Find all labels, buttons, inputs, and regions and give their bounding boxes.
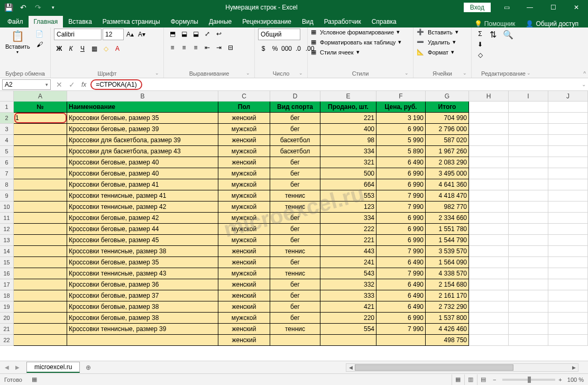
row-header[interactable]: 21	[0, 324, 14, 335]
row-header[interactable]: 9	[0, 190, 14, 201]
row-header[interactable]: 6	[0, 157, 14, 168]
col-header-F[interactable]: F	[376, 91, 426, 101]
spreadsheet-grid[interactable]: A B C D E F G H I J 1№НаименованиеПолВид…	[0, 91, 588, 346]
cancel-formula-icon[interactable]: ✕	[53, 78, 66, 91]
tab-developer[interactable]: Разработчик	[319, 16, 366, 28]
font-color-icon[interactable]: A	[112, 43, 123, 54]
tab-file[interactable]: Файл	[2, 16, 29, 28]
align-middle-icon[interactable]: ⬓	[179, 29, 189, 39]
col-header-E[interactable]: E	[320, 91, 376, 101]
qat-customize-icon[interactable]: ▾	[47, 1, 59, 14]
percent-icon[interactable]: %	[270, 43, 280, 54]
fx-icon[interactable]: fx	[81, 81, 86, 88]
share-button[interactable]: 👤Общий доступ	[520, 20, 584, 28]
minimize-icon[interactable]: —	[518, 0, 541, 15]
font-size-select[interactable]	[103, 29, 124, 40]
expand-formula-bar-icon[interactable]: ⌄	[582, 81, 586, 87]
col-header-B[interactable]: B	[67, 91, 218, 101]
row-header[interactable]: 17	[0, 279, 14, 290]
page-layout-view-icon[interactable]: ▥	[464, 374, 477, 385]
tab-insert[interactable]: Вставка	[63, 16, 97, 28]
align-top-icon[interactable]: ⬒	[167, 29, 178, 39]
sort-filter-button[interactable]: ⇅	[488, 29, 499, 41]
copy-icon[interactable]: 📄	[34, 29, 45, 39]
bold-icon[interactable]: Ж	[54, 43, 65, 54]
ribbon-display-icon[interactable]: ▭	[495, 0, 518, 15]
format-painter-icon[interactable]: 🖌	[34, 39, 45, 50]
scroll-left-icon[interactable]: ◀	[346, 364, 355, 371]
col-header-H[interactable]: H	[469, 91, 509, 101]
login-button[interactable]: Вход	[464, 3, 491, 12]
format-as-table-button[interactable]: ▦ Форматировать как таблицу ▾	[311, 39, 401, 45]
row-header[interactable]: 16	[0, 268, 14, 279]
formula-input[interactable]: =СТРОКА(A1)	[90, 79, 142, 90]
normal-view-icon[interactable]: ▦	[452, 374, 464, 385]
col-header-D[interactable]: D	[270, 91, 320, 101]
insert-cells-button[interactable]: ➕ Вставить ▾	[417, 29, 458, 35]
col-header-I[interactable]: I	[509, 91, 548, 101]
fill-icon[interactable]: ⬇	[475, 39, 485, 50]
sheet-tab-active[interactable]: microexcel.ru	[26, 362, 80, 373]
collapse-ribbon-icon[interactable]: ^	[583, 71, 586, 77]
orientation-icon[interactable]: ⤢	[202, 29, 213, 39]
align-center-icon[interactable]: ≡	[179, 42, 189, 53]
col-header-G[interactable]: G	[426, 91, 469, 101]
row-header[interactable]: 11	[0, 213, 14, 224]
row-header[interactable]: 7	[0, 168, 14, 179]
zoom-out-icon[interactable]: −	[493, 377, 496, 383]
horizontal-scrollbar[interactable]: ◀ ▶	[346, 363, 578, 372]
row-header[interactable]: 12	[0, 224, 14, 235]
number-format-select[interactable]	[258, 29, 300, 40]
delete-cells-button[interactable]: ➖ Удалить ▾	[417, 39, 456, 45]
conditional-formatting-button[interactable]: ▦ Условное форматирование ▾	[311, 29, 400, 35]
tab-view[interactable]: Вид	[297, 16, 319, 28]
page-break-view-icon[interactable]: ▤	[477, 374, 490, 385]
sheet-nav-next-icon[interactable]: ▶	[13, 363, 22, 372]
tell-me-search[interactable]: 💡Помощник	[469, 20, 521, 28]
close-icon[interactable]: ✕	[565, 0, 588, 15]
decrease-font-icon[interactable]: A▾	[136, 29, 147, 40]
fill-color-icon[interactable]: ◇	[100, 43, 111, 54]
row-header[interactable]: 14	[0, 246, 14, 257]
increase-decimal-icon[interactable]: .0	[293, 43, 304, 54]
paste-button[interactable]: 📋Вставить▾	[3, 29, 32, 56]
comma-icon[interactable]: 000	[281, 43, 292, 54]
col-header-A[interactable]: A	[14, 91, 67, 101]
add-sheet-icon[interactable]: ⊕	[82, 361, 95, 374]
row-header[interactable]: 22	[0, 335, 14, 346]
row-header[interactable]: 3	[0, 124, 14, 135]
increase-font-icon[interactable]: A▴	[125, 29, 135, 40]
row-header[interactable]: 10	[0, 201, 14, 213]
zoom-in-icon[interactable]: +	[558, 377, 562, 383]
row-header[interactable]: 15	[0, 257, 14, 268]
clear-icon[interactable]: ◇	[475, 50, 485, 60]
row-header[interactable]: 1	[0, 102, 14, 113]
autosum-icon[interactable]: Σ	[475, 29, 485, 39]
redo-icon[interactable]: ↷	[32, 1, 44, 14]
col-header-J[interactable]: J	[548, 91, 588, 101]
borders-icon[interactable]: ▦	[89, 43, 99, 54]
sheet-nav-prev-icon[interactable]: ◀	[2, 363, 12, 372]
align-left-icon[interactable]: ≡	[167, 42, 178, 53]
scroll-right-icon[interactable]: ▶	[569, 364, 578, 371]
font-name-select[interactable]	[54, 29, 102, 40]
save-icon[interactable]: 💾	[2, 1, 15, 14]
row-header[interactable]: 8	[0, 179, 14, 190]
cell-styles-button[interactable]: ▦ Стили ячеек ▾	[311, 49, 360, 56]
currency-icon[interactable]: $	[258, 43, 269, 54]
maximize-icon[interactable]: ☐	[541, 0, 565, 15]
select-all-corner[interactable]	[0, 91, 14, 101]
undo-icon[interactable]: ↶	[17, 1, 30, 14]
scroll-thumb[interactable]	[355, 364, 513, 371]
row-header[interactable]: 2	[0, 113, 14, 124]
decrease-indent-icon[interactable]: ⇤	[202, 42, 213, 53]
name-box[interactable]: A2	[2, 79, 51, 90]
row-header[interactable]: 18	[0, 290, 14, 301]
merge-icon[interactable]: ⊟	[225, 42, 236, 53]
tab-formulas[interactable]: Формулы	[166, 16, 204, 28]
wrap-text-icon[interactable]: ↩	[214, 29, 224, 39]
format-cells-button[interactable]: 📐 Формат ▾	[417, 49, 454, 56]
tab-page-layout[interactable]: Разметка страницы	[97, 16, 166, 28]
col-header-C[interactable]: C	[218, 91, 270, 101]
row-header[interactable]: 5	[0, 146, 14, 157]
